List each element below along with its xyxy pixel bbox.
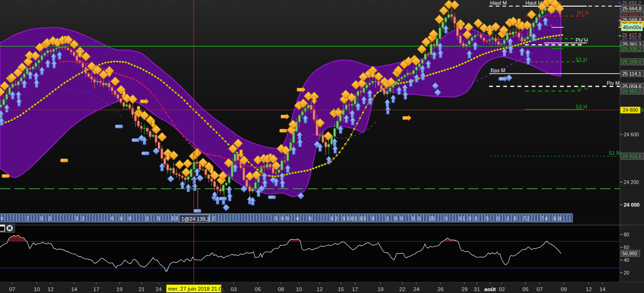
svg-text:29: 29	[462, 286, 468, 292]
svg-text:9: 9	[394, 216, 397, 221]
svg-text:26: 26	[438, 286, 444, 292]
svg-text:05: 05	[255, 286, 261, 292]
svg-text:24: 24	[414, 286, 420, 292]
svg-text:9: 9	[641, 107, 644, 113]
svg-text:6: 6	[111, 216, 114, 221]
svg-text:S1 M: S1 M	[609, 150, 621, 156]
svg-text:2: 2	[212, 216, 215, 221]
svg-text:R1 H: R1 H	[577, 10, 589, 16]
svg-text:07: 07	[9, 286, 16, 292]
svg-text:8: 8	[351, 216, 354, 221]
svg-text:2: 2	[335, 216, 338, 221]
svg-text:21: 21	[139, 286, 145, 292]
svg-text:25 664,8: 25 664,8	[622, 6, 642, 11]
svg-text:9: 9	[400, 216, 403, 221]
svg-text:5: 5	[40, 216, 43, 221]
svg-text:12: 12	[48, 286, 54, 292]
svg-text:8: 8	[128, 216, 131, 221]
svg-text:Piv H: Piv H	[576, 37, 588, 43]
svg-text:24 800: 24 800	[623, 107, 638, 113]
svg-text:9: 9	[308, 216, 311, 221]
svg-text:3: 3	[347, 216, 349, 221]
svg-text:24 200: 24 200	[624, 179, 639, 185]
svg-text:24 600: 24 600	[624, 132, 639, 137]
svg-text:S1 H: S1 H	[576, 57, 587, 62]
svg-text:31: 31	[474, 286, 480, 292]
svg-text:0: 0	[445, 216, 448, 221]
svg-text:14: 14	[600, 286, 606, 292]
svg-text:02: 02	[499, 286, 505, 292]
svg-text:19: 19	[378, 286, 384, 292]
svg-text:4: 4	[296, 216, 299, 221]
svg-text:3: 3	[145, 216, 148, 221]
svg-text:3: 3	[75, 216, 78, 221]
svg-text:3: 3	[513, 216, 516, 221]
svg-text:6: 6	[459, 216, 462, 221]
svg-text:5: 5	[418, 216, 421, 221]
svg-text:15: 15	[338, 286, 344, 292]
svg-text:60: 60	[624, 244, 629, 250]
svg-text:2: 2	[526, 216, 529, 221]
svg-text:0: 0	[475, 216, 477, 221]
svg-text:7: 7	[523, 216, 525, 221]
svg-text:S3 H: S3 H	[576, 104, 587, 109]
svg-text:0: 0	[468, 216, 471, 221]
svg-text:S2 H: S2 H	[576, 85, 588, 91]
svg-text:3: 3	[175, 216, 178, 221]
svg-text:3: 3	[81, 216, 84, 221]
svg-text:25 209,0: 25 209,0	[622, 59, 642, 65]
svg-text:05: 05	[523, 286, 529, 292]
svg-text:4: 4	[545, 216, 548, 221]
svg-text:6: 6	[120, 216, 123, 221]
svg-text:10: 10	[296, 286, 302, 292]
svg-text:03: 03	[231, 286, 237, 292]
svg-text:7: 7	[541, 216, 543, 221]
svg-text:25 114,1: 25 114,1	[622, 71, 641, 76]
svg-text:14: 14	[71, 286, 77, 292]
svg-text:0: 0	[497, 216, 500, 221]
svg-text:7: 7	[26, 216, 29, 221]
svg-text:1: 1	[462, 216, 465, 221]
svg-text:24 000: 24 000	[624, 202, 640, 208]
svg-text:17: 17	[93, 286, 100, 292]
svg-text:25 330,2: 25 330,2	[622, 46, 642, 51]
svg-text:9: 9	[342, 216, 345, 221]
svg-text:9: 9	[558, 216, 561, 221]
svg-text:Piv M: Piv M	[607, 80, 620, 86]
svg-text:22: 22	[399, 286, 406, 292]
svg-text:Bas M: Bas M	[491, 67, 505, 73]
svg-text:3: 3	[171, 216, 174, 221]
svg-text:3: 3	[386, 216, 389, 221]
svg-text:24 962,0: 24 962,0	[622, 88, 642, 94]
svg-text:45m00s: 45m00s	[623, 25, 642, 30]
svg-text:3: 3	[506, 216, 509, 221]
svg-text:s: s	[0, 215, 3, 221]
svg-text:8: 8	[360, 216, 363, 221]
svg-text:10: 10	[34, 286, 40, 292]
svg-text:19: 19	[117, 286, 123, 292]
svg-text:40: 40	[624, 257, 629, 263]
svg-text:Haut M: Haut M	[490, 0, 507, 6]
svg-text:6: 6	[553, 216, 556, 221]
svg-text:25 692,2: 25 692,2	[622, 0, 641, 6]
svg-text:5: 5	[157, 216, 160, 221]
svg-text:9: 9	[286, 216, 288, 221]
svg-text:24 416,8: 24 416,8	[622, 153, 642, 159]
svg-text:25 406,6: 25 406,6	[622, 35, 641, 41]
svg-text:08: 08	[278, 286, 284, 292]
svg-text:8: 8	[372, 216, 374, 221]
svg-text:5: 5	[486, 216, 489, 221]
svg-text:07: 07	[537, 286, 543, 292]
svg-text:9: 9	[281, 216, 284, 221]
svg-text:12: 12	[586, 286, 592, 292]
svg-text:3: 3	[363, 216, 366, 221]
svg-text:mer. 27 juin 2018 21:00: mer. 27 juin 2018 21:00	[168, 286, 225, 292]
svg-text:3: 3	[354, 216, 357, 221]
svg-text:12: 12	[317, 286, 323, 292]
svg-text:17: 17	[352, 286, 358, 292]
svg-text:9: 9	[412, 216, 415, 221]
svg-text:6: 6	[330, 216, 333, 221]
svg-text:24: 24	[156, 286, 162, 292]
svg-text:août: août	[484, 286, 496, 292]
svg-text:09: 09	[561, 286, 567, 292]
